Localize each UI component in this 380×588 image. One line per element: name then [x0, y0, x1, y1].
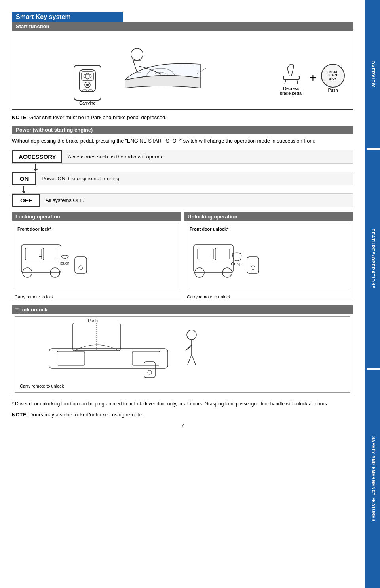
locking-caption: Carry remote to lock	[12, 293, 180, 301]
start-left-area: Carrying	[16, 44, 274, 105]
svg-rect-22	[43, 248, 57, 260]
unlocking-title: Unlocking operation	[184, 212, 353, 221]
on-mode-desc: Power ON; the engine not running.	[36, 172, 353, 185]
page-number: 7	[12, 423, 353, 429]
svg-rect-42	[57, 351, 85, 365]
locking-inner: Front door lock1 Touch	[15, 223, 178, 290]
svg-rect-25	[39, 256, 42, 257]
right-sidebar: OVERVIEW FEATURES/OPERATIONS SAFETY AND …	[365, 0, 380, 588]
sidebar-safety: SAFETY AND EMERGENCY FEATURES	[367, 370, 380, 588]
trunk-title: Trunk unlock	[12, 305, 353, 314]
power-section: Power (without starting engine) Without …	[12, 126, 353, 208]
footer-driver-note: * Driver door unlocking function can be …	[12, 400, 353, 408]
main-title: Smart Key system	[12, 12, 123, 22]
off-mode-desc: All systems OFF.	[40, 194, 353, 207]
svg-rect-21	[25, 248, 41, 260]
accessory-mode-row: ACCESSORY Accessories such as the radio …	[12, 150, 353, 164]
unlocking-inner: Front door unlock2 Grasp	[187, 223, 350, 290]
carrying-label: Carrying	[79, 101, 96, 105]
trunk-illustration: Push	[17, 319, 235, 380]
locking-inner-title: Front door lock1	[17, 226, 175, 231]
operations-row: Locking operation Front door lock1	[12, 212, 353, 301]
accessory-mode-label: ACCESSORY	[12, 150, 62, 163]
locking-title: Locking operation	[12, 212, 180, 221]
trunk-inner: Push Carry remote	[15, 316, 350, 393]
depress-push-area: Depressbrake pedal + ENGINESTARTSTOP Pus…	[277, 60, 345, 95]
push-illustration: ENGINESTARTSTOP Push	[321, 64, 345, 92]
depress-label: Depressbrake pedal	[280, 86, 303, 95]
start-function-note: NOTE: Gear shift lever must be in Park a…	[12, 114, 353, 122]
off-mode-wrapper: OFF All systems OFF.	[12, 193, 353, 207]
arrow-on-to-off	[12, 186, 353, 193]
unlocking-caption: Carry remote to unlock	[184, 293, 353, 301]
on-mode-wrapper: ON Power ON; the engine not running.	[12, 172, 353, 185]
power-section-title: Power (without starting engine)	[12, 126, 353, 134]
svg-rect-27	[75, 257, 87, 273]
plus-sign: +	[310, 72, 316, 84]
svg-rect-15	[283, 76, 299, 79]
locking-illustration: Touch	[17, 233, 93, 284]
footer-note-label: NOTE:	[12, 412, 28, 418]
start-function-diagram: Carrying	[12, 31, 353, 110]
svg-text:Push: Push	[88, 319, 98, 323]
unlocking-illustration: Grasp	[190, 233, 265, 284]
svg-rect-43	[132, 351, 160, 365]
svg-rect-31	[215, 248, 229, 260]
footer-note: NOTE: Doors may also be locked/unlocked …	[12, 411, 353, 419]
unlocking-inner-title: Front door unlock2	[190, 226, 348, 231]
push-label: Push	[328, 88, 338, 92]
svg-point-9	[131, 48, 143, 60]
off-mode-row: OFF All systems OFF.	[12, 193, 353, 207]
sidebar-features: FEATURES/OPERATIONS	[367, 150, 380, 368]
off-mode-label: OFF	[12, 194, 40, 207]
key-fob-illustration	[74, 65, 101, 101]
modes-container: ACCESSORY Accessories such as the radio …	[12, 150, 353, 207]
svg-line-48	[188, 355, 192, 365]
svg-text:Grasp: Grasp	[231, 262, 242, 266]
accessory-mode-desc: Accessories such as the radio will opera…	[62, 150, 353, 163]
power-desc: Without depressing the brake pedal, pres…	[12, 137, 353, 145]
arrow-accessory-to-on	[12, 164, 353, 172]
svg-rect-30	[198, 248, 213, 260]
trunk-section: Trunk unlock Push	[12, 305, 353, 395]
locking-operation-box: Locking operation Front door lock1	[12, 212, 181, 301]
svg-point-28	[79, 266, 83, 270]
on-mode-label: ON	[12, 172, 36, 185]
accessory-mode-wrapper: ACCESSORY Accessories such as the radio …	[12, 150, 353, 164]
engine-start-stop-button: ENGINESTARTSTOP	[321, 64, 345, 88]
svg-point-51	[148, 370, 152, 374]
on-mode-row: ON Power ON; the engine not running.	[12, 172, 353, 185]
trunk-caption: Carry remote to unlock	[17, 382, 348, 390]
footer-note-text: Doors may also be locked/unlocked using …	[28, 412, 143, 418]
start-function-section: Start function	[12, 22, 353, 122]
depress-illustration: Depressbrake pedal	[277, 60, 305, 95]
svg-rect-36	[247, 257, 259, 273]
note-text: Gear shift lever must be in Park and bra…	[28, 115, 166, 120]
svg-rect-50	[144, 362, 155, 378]
svg-point-44	[187, 330, 196, 340]
note-bold-label: NOTE:	[12, 115, 28, 120]
svg-point-3	[86, 84, 89, 86]
unlocking-operation-box: Unlocking operation Front door unlock2	[184, 212, 353, 301]
sidebar-overview: OVERVIEW	[367, 0, 380, 148]
start-function-title: Start function	[12, 22, 353, 31]
svg-line-47	[188, 345, 192, 350]
svg-line-49	[192, 355, 196, 365]
svg-text:Touch: Touch	[59, 261, 70, 265]
svg-point-37	[251, 266, 255, 270]
